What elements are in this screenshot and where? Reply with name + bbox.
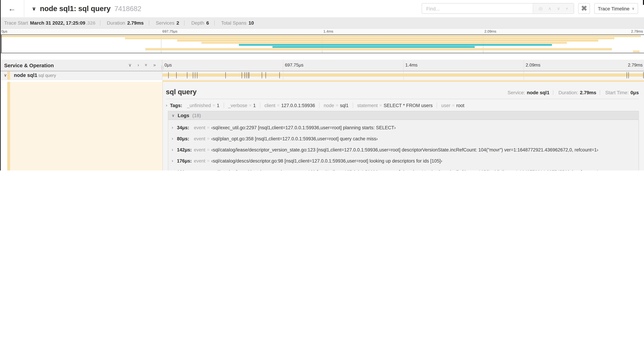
log-expand-icon[interactable]: ›: [172, 125, 177, 130]
back-button[interactable]: ←: [0, 0, 24, 17]
log-row[interactable]: › 34μs: event = ‹sql/exec_util.go:2297 […: [168, 122, 638, 133]
equals-sign: =: [452, 103, 454, 108]
tag-item: statement = SELECT * FROM users: [348, 103, 432, 108]
equals-sign: =: [207, 136, 210, 141]
minimap-canvas[interactable]: [0, 34, 644, 53]
trace-info-value-suffix: .326: [86, 20, 96, 26]
collapse-all-icon[interactable]: »: [144, 64, 149, 66]
logs-box: ∨ Logs (18) › 34μs: event = ‹sql/exec_ut…: [168, 111, 639, 171]
expand-one-icon[interactable]: ›: [138, 62, 139, 68]
equals-sign: =: [207, 125, 210, 130]
service-operation-title: Service & Operation: [4, 62, 54, 68]
span-expanded-backdrop: [10, 82, 162, 171]
logs-count: (18): [192, 113, 201, 118]
log-marker-tick: [176, 72, 176, 78]
tag-key: client: [264, 103, 275, 108]
page-title: node sql1: sql query: [40, 5, 110, 13]
minimap-tick-label: 1.4ms: [322, 29, 333, 33]
minimap-tick-label: 2.09ms: [483, 29, 496, 33]
log-marker-tick: [280, 72, 280, 78]
locate-icon[interactable]: ◎: [539, 6, 543, 11]
timeline-tick-label: 0μs: [162, 62, 172, 68]
next-match-icon[interactable]: ∨: [557, 6, 560, 11]
span-meta-label: Duration:: [558, 90, 578, 95]
equals-sign: =: [380, 103, 382, 108]
column-resize-handle[interactable]: [161, 66, 164, 70]
trace-id: 7418682: [114, 5, 142, 13]
trace-timeline-page: ← ∨ node sql1: sql query 7418682 ◎ ∧ ∨ ×…: [0, 0, 644, 171]
minimap-ruler: 0μs 697.75μs 1.4ms 2.09ms 2.79ms: [0, 29, 644, 34]
log-row[interactable]: › 142μs: event = ‹sql/catalog/lease/desc…: [168, 144, 638, 155]
tag-value: 127.0.0.1:59936: [281, 103, 315, 108]
tags-row[interactable]: › Tags: _unfinished = 1 _verbose =: [166, 102, 639, 109]
logs-list: › 34μs: event = ‹sql/exec_util.go:2297 […: [168, 120, 638, 171]
clear-search-icon[interactable]: ×: [566, 6, 568, 11]
span-service-name: node sql1: [14, 72, 37, 78]
log-field-name: event: [194, 158, 205, 163]
minimap-span-bar: [146, 48, 612, 50]
log-marker-tick: [197, 72, 197, 78]
right-scrollbar-thumb-top[interactable]: [643, 0, 644, 5]
log-row[interactable]: › 80μs: event = ‹sql/plan_opt.go:358 [ns…: [168, 133, 638, 144]
log-row[interactable]: › 176μs: event = ‹sql/catalog/descs/desc…: [168, 155, 638, 166]
trace-info-label: Duration: [107, 20, 125, 26]
expand-all-icon[interactable]: »: [154, 62, 156, 68]
prev-match-icon[interactable]: ∧: [548, 6, 552, 11]
minimap-span-bar: [0, 35, 641, 37]
span-meta-item: Start Time: 0μs: [596, 90, 639, 95]
minimap-range-handle[interactable]: [1, 35, 2, 53]
log-message: ‹sql/catalog/descs/descriptor.go:98 [nsq…: [211, 158, 442, 163]
trace-info-value: 10: [248, 20, 254, 26]
log-field-name: event: [194, 147, 205, 152]
equals-sign: =: [207, 147, 210, 152]
span-detail-panel: sql query Service: node sql1 Duration: 2…: [162, 82, 644, 171]
log-marker-tick: [627, 72, 627, 78]
span-row-timeline-cell[interactable]: [162, 71, 644, 80]
timeline-minimap[interactable]: 0μs 697.75μs 1.4ms 2.09ms 2.79ms: [0, 29, 644, 53]
find-input[interactable]: [422, 4, 533, 14]
log-expand-icon[interactable]: ›: [172, 136, 177, 141]
trace-info-item: Trace Start March 31 2022, 17:25:09 .326: [4, 20, 96, 26]
span-duration-bar[interactable]: [162, 74, 644, 77]
span-detail-title: sql query: [166, 88, 197, 96]
trace-view-select[interactable]: Trace Timeline ∨: [594, 3, 638, 14]
logs-header[interactable]: ∨ Logs (18): [168, 111, 638, 120]
log-expand-icon[interactable]: ›: [172, 158, 177, 163]
trace-view-label: Trace Timeline: [598, 6, 630, 11]
minimap-span-bar: [272, 46, 475, 48]
span-row-name-cell[interactable]: ∨ node sql1 sql query: [0, 71, 162, 80]
minimap-tick-label: 0μs: [0, 29, 7, 33]
service-color-stripe: [7, 82, 10, 171]
span-row[interactable]: ∨ node sql1 sql query: [0, 71, 644, 80]
tag-item: node = sql1: [315, 103, 349, 108]
log-marker-tick: [628, 72, 629, 78]
minimap-tick-label: 2.79ms: [631, 29, 644, 33]
trace-info-value: March 31 2022, 17:25:09: [30, 20, 85, 26]
find-icon-group: ◎ ∧ ∨ ×: [533, 4, 574, 14]
equals-sign: =: [336, 103, 338, 108]
chevron-down-icon: ∨: [632, 7, 634, 11]
log-marker-tick: [246, 72, 247, 78]
service-operation-column-header: Service & Operation ∨ › » »: [0, 60, 162, 71]
service-color-stripe: [7, 71, 10, 80]
collapse-one-icon[interactable]: ∨: [128, 62, 132, 68]
header-controls: ◎ ∧ ∨ × ⌘ Trace Timeline ∨: [422, 3, 638, 14]
span-meta-label: Service:: [508, 90, 525, 95]
log-field-name: event: [194, 169, 205, 171]
log-message: ‹sql/catalog/lease/descriptor_version_st…: [211, 169, 600, 171]
left-scrollbar[interactable]: [0, 0, 1, 171]
collapse-trace-icon[interactable]: ∨: [32, 6, 36, 12]
keyboard-shortcuts-button[interactable]: ⌘: [578, 3, 590, 14]
find-group: ◎ ∧ ∨ ×: [422, 3, 574, 14]
logs-collapse-icon[interactable]: ∨: [172, 113, 174, 118]
tags-expand-icon[interactable]: ›: [166, 103, 167, 108]
log-row[interactable]: › 189μs: event = ‹sql/catalog/lease/desc…: [168, 166, 638, 171]
span-collapse-icon[interactable]: ∨: [4, 73, 7, 78]
log-marker-tick: [249, 72, 250, 78]
trace-info-item: Depth 6: [180, 20, 210, 26]
trace-info-label: Services: [156, 20, 174, 26]
log-expand-icon[interactable]: ›: [172, 169, 177, 171]
log-marker-tick: [244, 72, 245, 78]
log-expand-icon[interactable]: ›: [172, 147, 177, 152]
tag-value: SELECT * FROM users: [384, 103, 432, 108]
